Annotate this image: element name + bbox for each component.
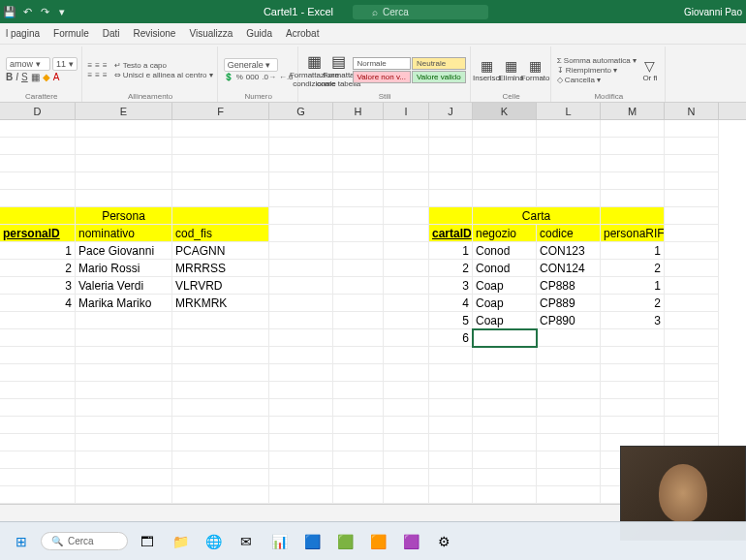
cell[interactable]	[429, 347, 473, 364]
cell[interactable]	[269, 312, 333, 329]
carta-title[interactable]: Carta	[473, 207, 601, 225]
cell[interactable]	[172, 329, 269, 347]
cell[interactable]	[333, 312, 384, 329]
cell[interactable]	[429, 172, 473, 190]
cell[interactable]	[429, 399, 473, 417]
cell[interactable]	[384, 451, 429, 469]
cell[interactable]	[0, 469, 76, 486]
selected-cell[interactable]	[473, 329, 537, 347]
cell[interactable]	[269, 399, 333, 417]
cell[interactable]	[537, 138, 601, 155]
task-icon-3[interactable]: 🌐	[200, 528, 227, 555]
cell[interactable]	[665, 138, 719, 155]
persona-cf[interactable]: VLRVRD	[172, 277, 269, 295]
cell[interactable]	[76, 347, 172, 364]
cell[interactable]	[269, 417, 333, 434]
cell[interactable]	[333, 155, 384, 172]
cell[interactable]	[172, 190, 269, 207]
cell[interactable]	[537, 486, 601, 504]
cell[interactable]	[384, 312, 429, 329]
cell[interactable]	[601, 347, 665, 364]
cell[interactable]	[76, 190, 172, 207]
task-icon-7[interactable]: 🟩	[331, 528, 358, 555]
delete-cells-button[interactable]: ▦Elimina	[501, 59, 522, 80]
cell[interactable]	[269, 347, 333, 364]
tab-3[interactable]: Revisione	[134, 28, 176, 39]
cell[interactable]	[384, 225, 429, 242]
cell[interactable]	[473, 172, 537, 190]
cell[interactable]	[537, 451, 601, 469]
clear-button[interactable]: ◇ Cancella ▾	[557, 76, 637, 84]
cell[interactable]	[473, 138, 537, 155]
cell[interactable]	[601, 382, 665, 399]
start-button[interactable]: ⊞	[8, 528, 35, 555]
col-header-I[interactable]: I	[384, 103, 429, 119]
persona-nome[interactable]: Pace Giovanni	[76, 242, 172, 260]
carta-negozio[interactable]: Coap	[473, 295, 537, 312]
search-box[interactable]: ⌕ Cerca	[353, 5, 488, 19]
cell[interactable]	[384, 138, 429, 155]
cell[interactable]	[665, 155, 719, 172]
cell[interactable]	[384, 260, 429, 277]
style-neutral[interactable]: Neutrale	[412, 57, 466, 70]
cell[interactable]	[0, 190, 76, 207]
cell[interactable]	[384, 399, 429, 417]
cell[interactable]	[0, 399, 76, 417]
cell[interactable]	[269, 295, 333, 312]
cell[interactable]	[384, 120, 429, 138]
carta-rif[interactable]: 1	[601, 277, 665, 295]
cell[interactable]	[172, 486, 269, 504]
cell[interactable]	[384, 172, 429, 190]
cell[interactable]	[429, 417, 473, 434]
cell[interactable]	[0, 120, 76, 138]
cell[interactable]	[0, 451, 76, 469]
cell[interactable]	[601, 172, 665, 190]
cell[interactable]	[269, 434, 333, 451]
cell[interactable]	[429, 120, 473, 138]
carta-codice[interactable]: CON124	[537, 260, 601, 277]
cell[interactable]	[384, 155, 429, 172]
cell[interactable]	[172, 155, 269, 172]
cell[interactable]	[537, 364, 601, 382]
cell[interactable]	[172, 434, 269, 451]
align-bot-icon[interactable]: ≡	[103, 61, 108, 70]
cell[interactable]	[665, 120, 719, 138]
cell[interactable]	[269, 242, 333, 260]
sort-filter-button[interactable]: ▽Or fi	[639, 59, 661, 80]
cell[interactable]	[333, 242, 384, 260]
cell[interactable]	[0, 172, 76, 190]
carta-negozio[interactable]: Conod	[473, 242, 537, 260]
cell[interactable]	[0, 434, 76, 451]
align-top-icon[interactable]: ≡	[88, 61, 93, 70]
cell[interactable]	[333, 225, 384, 242]
cell[interactable]	[333, 120, 384, 138]
carta-header-negozio[interactable]: negozio	[473, 225, 537, 242]
cell[interactable]	[333, 347, 384, 364]
cell[interactable]	[665, 312, 719, 329]
col-header-G[interactable]: G	[269, 103, 333, 119]
cell[interactable]	[76, 469, 172, 486]
inc-decimal-icon[interactable]: .0→	[262, 73, 276, 81]
col-header-K[interactable]: K	[473, 103, 537, 119]
cell[interactable]	[537, 417, 601, 434]
cell[interactable]	[0, 329, 76, 347]
tab-2[interactable]: Dati	[103, 28, 120, 39]
cell[interactable]	[333, 469, 384, 486]
cell[interactable]	[473, 486, 537, 504]
carta-header-rif[interactable]: personaRIF	[601, 225, 665, 242]
align-right-icon[interactable]: ≡	[103, 71, 108, 79]
cell[interactable]	[601, 120, 665, 138]
cell[interactable]	[333, 486, 384, 504]
cell[interactable]	[665, 277, 719, 295]
carta-negozio[interactable]: Conod	[473, 260, 537, 277]
cell[interactable]	[537, 347, 601, 364]
cell[interactable]	[76, 120, 172, 138]
carta-codice[interactable]: CON123	[537, 242, 601, 260]
cell[interactable]	[269, 277, 333, 295]
cell[interactable]	[269, 155, 333, 172]
task-icon-4[interactable]: ✉	[233, 528, 260, 555]
carta-rif[interactable]: 2	[601, 295, 665, 312]
style-normal[interactable]: Normale	[353, 57, 411, 70]
cell[interactable]	[537, 329, 601, 347]
cell[interactable]	[333, 260, 384, 277]
